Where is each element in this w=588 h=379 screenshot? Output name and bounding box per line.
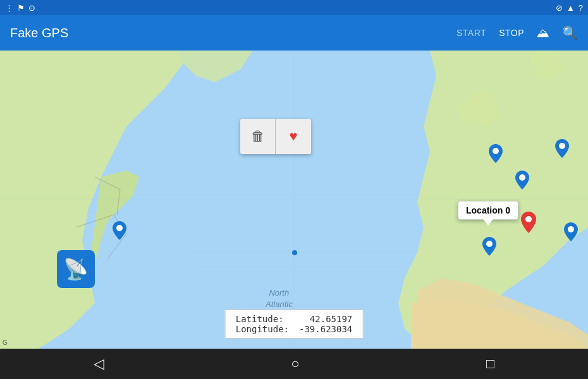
- svg-point-9: [519, 174, 525, 181]
- start-button[interactable]: START: [456, 28, 486, 38]
- pin-denmark[interactable]: [555, 139, 569, 158]
- pin-us[interactable]: [113, 221, 126, 240]
- svg-point-7: [493, 148, 499, 154]
- status-left-icons: ⋮ ⚑ ⊙: [5, 3, 35, 13]
- heart-icon: ♥: [289, 128, 297, 145]
- app-bar: Fake GPS START STOP ⛰ 🔍: [0, 15, 588, 51]
- svg-point-12: [525, 216, 532, 222]
- status-right-icons: ⊘ ▲ ?: [556, 3, 583, 13]
- app-actions: START STOP ⛰ 🔍: [456, 25, 578, 40]
- bottom-nav: ◁ ○ □: [0, 349, 588, 379]
- status-bar: ⋮ ⚑ ⊙ ⊘ ▲ ?: [0, 0, 588, 15]
- trash-icon: 🗑: [251, 128, 265, 145]
- pin-location0[interactable]: [521, 212, 536, 233]
- stop-button[interactable]: STOP: [499, 28, 524, 38]
- sim-icon: ⋮: [5, 3, 13, 13]
- landscape-icon[interactable]: ⛰: [537, 26, 549, 40]
- pin-ireland[interactable]: [515, 171, 529, 190]
- delete-button[interactable]: 🗑: [240, 119, 276, 154]
- home-button[interactable]: ○: [291, 356, 299, 372]
- map-container[interactable]: North Atlantic Ocean 📡 Location 0: [0, 51, 588, 349]
- svg-point-6: [116, 225, 123, 231]
- recent-button[interactable]: □: [486, 356, 494, 372]
- search-icon[interactable]: 🔍: [562, 25, 578, 40]
- floating-toolbar[interactable]: 🗑 ♥: [240, 119, 311, 154]
- pin-italy[interactable]: [564, 222, 578, 241]
- favorite-button[interactable]: ♥: [276, 119, 311, 154]
- pin-uk[interactable]: [489, 144, 503, 163]
- map-svg: [0, 51, 588, 349]
- pin-spain[interactable]: [482, 237, 496, 256]
- clock-icon: ⊙: [28, 3, 35, 13]
- help-icon: ?: [579, 3, 583, 13]
- svg-point-10: [486, 241, 493, 247]
- app-title: Fake GPS: [10, 26, 68, 40]
- alert-icon: ⚑: [17, 3, 25, 13]
- svg-point-8: [559, 143, 565, 149]
- back-button[interactable]: ◁: [94, 356, 104, 372]
- no-signal-icon: ⊘: [556, 3, 563, 13]
- svg-point-11: [568, 226, 574, 232]
- wifi-icon: ▲: [567, 3, 575, 13]
